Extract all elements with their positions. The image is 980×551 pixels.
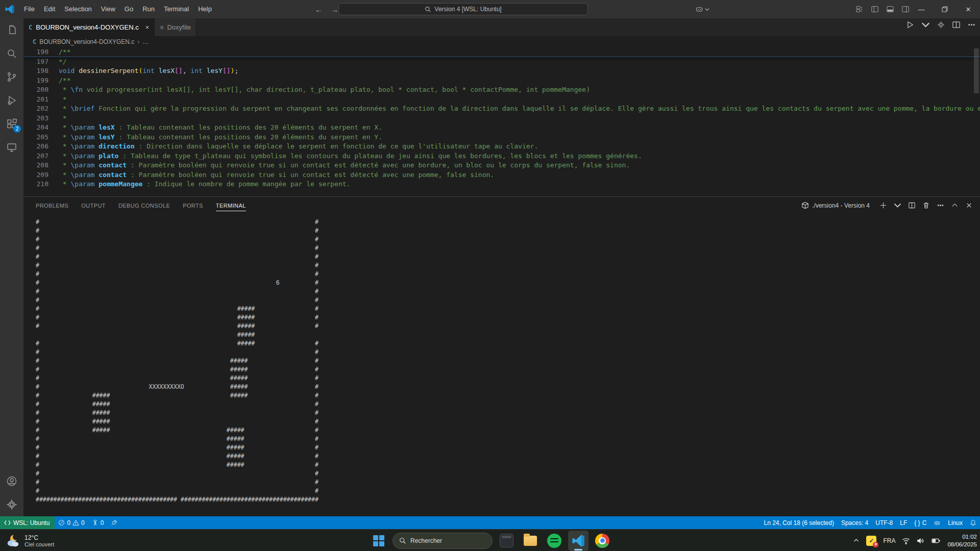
code-token [155, 67, 159, 74]
remote-indicator[interactable]: WSL: Ubuntu [0, 516, 55, 529]
panel-tab-terminal[interactable]: TERMINAL [216, 197, 246, 214]
close-panel-icon[interactable] [965, 202, 973, 209]
notifications-bell[interactable] [966, 516, 980, 529]
panel-tab-ports[interactable]: PORTS [183, 197, 203, 214]
volume-icon[interactable] [917, 537, 925, 544]
sidebar-item-explorer[interactable] [0, 18, 23, 42]
code-line[interactable]: 203 * [23, 114, 980, 123]
menu-view[interactable]: View [96, 0, 120, 18]
sidebar-item-search[interactable] [0, 42, 23, 65]
account-button[interactable] [0, 469, 23, 493]
code-line[interactable]: 202 * \brief Fonction qui gère la progre… [23, 104, 980, 114]
menu-go[interactable]: Go [120, 0, 138, 18]
nav-back-icon[interactable]: ← [311, 5, 327, 14]
manage-button[interactable] [0, 493, 23, 516]
sidebar-item-run-debug[interactable] [0, 89, 23, 112]
code-line[interactable]: 209 * \param contact : Paramètre booléen… [23, 170, 980, 180]
forwarded-ports[interactable]: 0 [88, 516, 108, 529]
split-editor-icon[interactable] [952, 20, 961, 29]
menu-edit[interactable]: Edit [39, 0, 60, 18]
kill-terminal-trash-icon[interactable] [922, 202, 930, 209]
start-button[interactable] [369, 531, 389, 551]
toggle-sidebar-icon[interactable] [871, 5, 879, 13]
menu-help[interactable]: Help [193, 0, 216, 18]
keyboard-language[interactable]: FRA [883, 537, 895, 544]
run-c-file-icon[interactable] [906, 20, 915, 29]
code-token: [] [175, 67, 183, 74]
cursor-position[interactable]: Ln 24, Col 18 (6 selected) [760, 516, 837, 529]
eol-sequence[interactable]: LF [896, 516, 911, 529]
taskbar-app-window[interactable] [496, 531, 517, 551]
editor-scrollbar[interactable] [974, 48, 979, 93]
minimize-button[interactable]: — [910, 0, 933, 18]
code-line[interactable]: 207 * \param plato : Tableau de type t_p… [23, 152, 980, 161]
more-actions-icon[interactable] [967, 20, 976, 29]
copilot-status[interactable] [930, 516, 944, 529]
breadcrumb-file[interactable]: BOURBON_version4-DOXYGEN.c [39, 38, 134, 45]
customize-layout-icon[interactable] [855, 5, 864, 13]
run-dropdown-chevron-icon[interactable] [921, 20, 930, 29]
taskbar-vscode[interactable] [568, 531, 589, 551]
settings-gear-icon[interactable] [937, 20, 945, 29]
panel-tab-output[interactable]: OUTPUT [81, 197, 106, 214]
battery-icon[interactable] [932, 538, 941, 544]
code-line[interactable]: 198void dessinerSerpent(int lesX[], int … [23, 66, 980, 76]
code-line[interactable]: 205 * \param lesY : Tableau contenant le… [23, 133, 980, 142]
taskbar-spotify[interactable] [544, 531, 565, 551]
indentation[interactable]: Spaces: 4 [838, 516, 872, 529]
panel-more-icon[interactable] [937, 202, 944, 209]
code-line[interactable]: 199/** [23, 76, 980, 86]
panel-tab-debug-console[interactable]: DEBUG CONSOLE [118, 197, 170, 214]
tray-app-badge-icon[interactable]: ✓ [866, 536, 876, 546]
language-mode[interactable]: { } C [911, 516, 930, 529]
weather-widget[interactable]: 12°C Ciel couvert [5, 530, 54, 551]
terminal-dropdown-chevron-icon[interactable] [894, 202, 901, 209]
code-editor[interactable]: 190/** 197*/198void dessinerSerpent(int … [23, 47, 980, 196]
code-line[interactable]: 204 * \param lesX : Tableau contenant le… [23, 123, 980, 133]
menu-terminal[interactable]: Terminal [159, 0, 193, 18]
breadcrumb[interactable]: C BOURBON_version4-DOXYGEN.c › … [23, 36, 980, 47]
code-token: lesY [99, 133, 114, 141]
sidebar-item-extensions[interactable]: 2 [0, 112, 23, 136]
taskbar-chrome[interactable] [592, 531, 612, 551]
code-line[interactable]: 200 * \fn void progresser(int lesX[], in… [23, 85, 980, 95]
tab-close-icon[interactable]: × [145, 23, 150, 31]
tray-chevron-up-icon[interactable] [853, 537, 860, 544]
code-token: : Indique le nombre de pomme mangée par … [142, 180, 350, 188]
close-button[interactable]: ✕ [957, 0, 980, 18]
code-line[interactable]: 201 * [23, 95, 980, 105]
terminal-instance[interactable]: ./version4 - Version 4 [801, 202, 870, 209]
problems-summary[interactable]: 0 0 [55, 516, 88, 529]
tab-doxyfile[interactable]: ≡Doxyfile [155, 18, 196, 36]
maximize-panel-chevron-icon[interactable] [951, 202, 959, 209]
menu-run[interactable]: Run [138, 0, 159, 18]
sidebar-item-remote-explorer[interactable] [0, 136, 23, 159]
code-line[interactable]: 208 * \param contact : Paramètre booléen… [23, 161, 980, 170]
breadcrumb-more[interactable]: … [142, 38, 149, 45]
code-line[interactable]: 210 * \param pommeMangee : Indique le no… [23, 180, 980, 189]
wifi-icon[interactable] [902, 537, 910, 544]
encoding[interactable]: UTF-8 [872, 516, 896, 529]
taskbar-file-explorer[interactable] [520, 531, 541, 551]
split-terminal-icon[interactable] [908, 202, 916, 209]
copilot-menu[interactable] [695, 0, 709, 18]
sidebar-item-source-control[interactable] [0, 65, 23, 89]
maximize-button[interactable] [933, 0, 957, 18]
code-text: * \param contact : Paramètre booléen qui… [48, 170, 494, 180]
code-line[interactable]: 206 * \param direction : Direction dans … [23, 142, 980, 152]
new-terminal-icon[interactable] [879, 202, 887, 209]
toggle-panel-icon[interactable] [886, 5, 894, 13]
launch-item[interactable] [107, 516, 121, 529]
os-indicator[interactable]: Linux [944, 516, 966, 529]
panel-tab-problems[interactable]: PROBLEMS [36, 197, 68, 214]
clock-widget[interactable]: 01:02 08/06/2025 [947, 533, 977, 548]
menu-selection[interactable]: Selection [60, 0, 96, 18]
toggle-secondary-sidebar-icon[interactable] [901, 5, 910, 13]
code-line[interactable]: 197*/ [23, 57, 980, 67]
taskbar-search[interactable]: Rechercher [393, 533, 493, 549]
command-center-search[interactable]: Version 4 [WSL: Ubuntu] [338, 3, 588, 15]
menu-file[interactable]: File [19, 0, 39, 18]
tab-bourbon_version4-doxygen.c[interactable]: CBOURBON_version4-DOXYGEN.c× [23, 18, 155, 36]
code-token: * [59, 180, 70, 188]
terminal-output[interactable]: # ## ## [23, 214, 980, 504]
